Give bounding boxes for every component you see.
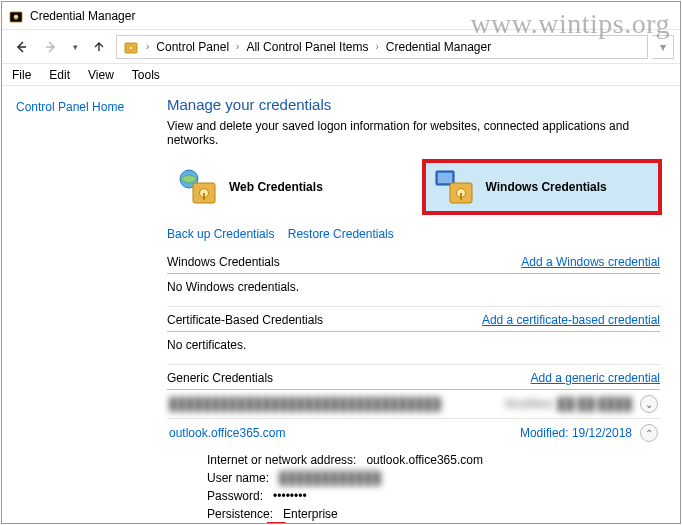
- nav-forward-button[interactable]: [38, 33, 64, 61]
- cert-section-title: Certificate-Based Credentials: [167, 313, 323, 327]
- page-heading: Manage your credentials: [167, 96, 660, 113]
- window-titlebar: Credential Manager: [2, 2, 680, 30]
- nav-up-button[interactable]: [86, 33, 112, 61]
- credential-modified: Modified: ██/██/████: [505, 397, 632, 411]
- chevron-right-icon[interactable]: ›: [233, 41, 242, 52]
- svg-rect-8: [203, 193, 205, 200]
- breadcrumb-item[interactable]: All Control Panel Items: [244, 40, 370, 54]
- windows-section-title: Windows Credentials: [167, 255, 280, 269]
- add-generic-credential-link[interactable]: Add a generic credential: [531, 371, 660, 385]
- web-credentials-label: Web Credentials: [229, 180, 323, 194]
- cert-section-empty: No certificates.: [167, 332, 660, 365]
- detail-address-value: outlook.office365.com: [366, 453, 483, 467]
- sidebar: Control Panel Home: [2, 86, 157, 523]
- menu-bar: File Edit View Tools: [2, 64, 680, 86]
- svg-point-4: [129, 46, 133, 50]
- windows-credentials-card[interactable]: Windows Credentials: [424, 161, 661, 213]
- chevron-up-icon[interactable]: ⌃: [640, 424, 658, 442]
- credential-name: ████████████████████████████████: [169, 397, 441, 411]
- detail-address-label: Internet or network address:: [207, 453, 356, 467]
- chevron-down-icon[interactable]: ⌄: [640, 395, 658, 413]
- menu-tools[interactable]: Tools: [124, 66, 168, 84]
- credential-entry[interactable]: outlook.office365.com Modified: 19/12/20…: [167, 419, 660, 447]
- search-dropdown[interactable]: ▾: [652, 35, 674, 59]
- credential-modified: Modified: 19/12/2018: [520, 426, 632, 440]
- credential-name: outlook.office365.com: [169, 426, 286, 440]
- windows-section-empty: No Windows credentials.: [167, 274, 660, 307]
- menu-edit[interactable]: Edit: [41, 66, 78, 84]
- windows-credentials-icon: [432, 167, 476, 207]
- menu-file[interactable]: File: [4, 66, 39, 84]
- breadcrumb-item[interactable]: Control Panel: [154, 40, 231, 54]
- detail-username-value: ████████████: [279, 471, 381, 485]
- credential-manager-icon: [8, 8, 24, 24]
- add-windows-credential-link[interactable]: Add a Windows credential: [521, 255, 660, 269]
- windows-credentials-label: Windows Credentials: [486, 180, 607, 194]
- detail-persistence-value: Enterprise: [283, 507, 338, 521]
- svg-rect-2: [16, 17, 17, 20]
- credential-entry[interactable]: ████████████████████████████████ Modifie…: [167, 390, 660, 419]
- detail-password-value: ••••••••: [273, 489, 307, 503]
- sidebar-home-link[interactable]: Control Panel Home: [16, 100, 124, 114]
- svg-rect-13: [460, 193, 462, 200]
- detail-persistence-label: Persistence:: [207, 507, 273, 521]
- nav-recent-dropdown[interactable]: ▾: [68, 33, 82, 61]
- address-bar[interactable]: › Control Panel › All Control Panel Item…: [116, 35, 648, 59]
- page-description: View and delete your saved logon informa…: [167, 119, 660, 147]
- backup-credentials-link[interactable]: Back up Credentials: [167, 227, 274, 241]
- credential-details: Internet or network address: outlook.off…: [167, 447, 660, 523]
- add-cert-credential-link[interactable]: Add a certificate-based credential: [482, 313, 660, 327]
- menu-view[interactable]: View: [80, 66, 122, 84]
- restore-credentials-link[interactable]: Restore Credentials: [288, 227, 394, 241]
- nav-back-button[interactable]: [8, 33, 34, 61]
- main-content: Manage your credentials View and delete …: [157, 86, 680, 523]
- web-credentials-icon: [175, 167, 219, 207]
- chevron-right-icon[interactable]: ›: [143, 41, 152, 52]
- svg-rect-10: [438, 173, 452, 183]
- detail-password-label: Password:: [207, 489, 263, 503]
- credential-manager-icon: [123, 39, 139, 55]
- nav-toolbar: ▾ › Control Panel › All Control Panel It…: [2, 30, 680, 64]
- generic-section-title: Generic Credentials: [167, 371, 273, 385]
- web-credentials-card[interactable]: Web Credentials: [167, 161, 404, 213]
- window-title: Credential Manager: [30, 9, 135, 23]
- chevron-right-icon[interactable]: ›: [372, 41, 381, 52]
- breadcrumb-item[interactable]: Credential Manager: [384, 40, 493, 54]
- detail-username-label: User name:: [207, 471, 269, 485]
